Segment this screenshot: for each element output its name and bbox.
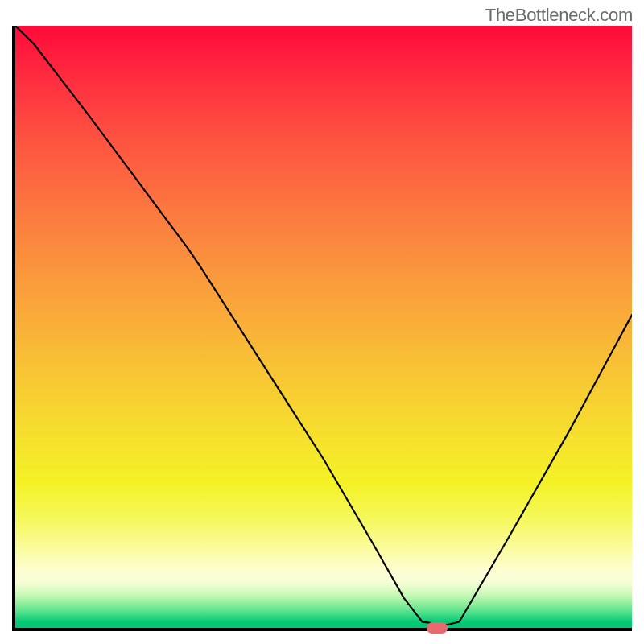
optimal-marker: [427, 622, 448, 634]
curve-svg: [15, 26, 632, 628]
chart-frame: [12, 26, 632, 631]
watermark-text: TheBottleneck.com: [485, 5, 633, 26]
bottleneck-curve: [15, 26, 632, 625]
chart-container: TheBottleneck.com: [0, 0, 644, 644]
